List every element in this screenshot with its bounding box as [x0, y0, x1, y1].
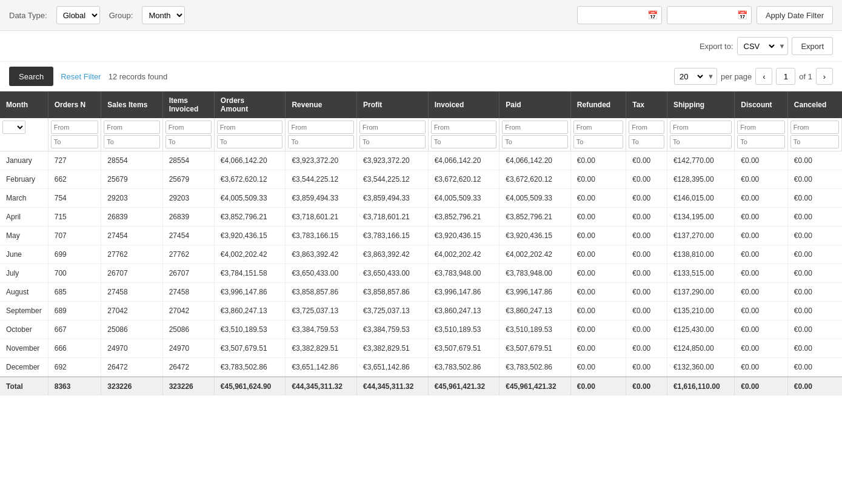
filter-canceled-from[interactable]: [790, 121, 839, 134]
filter-paid-to[interactable]: [502, 135, 568, 148]
cell-items_invoiced: 29203: [162, 189, 214, 208]
filter-revenue-to[interactable]: [288, 135, 354, 148]
per-page-select[interactable]: 10 20 50 100: [675, 68, 705, 84]
filter-orders-amount-cell: [214, 118, 286, 151]
date-to-input[interactable]: [671, 11, 735, 20]
apply-date-filter-button[interactable]: Apply Date Filter: [757, 6, 833, 24]
filter-sales-items-to[interactable]: [104, 135, 159, 148]
filter-invoiced-from[interactable]: [431, 121, 497, 134]
filter-month-cell[interactable]: [0, 118, 48, 151]
page-number-input[interactable]: [776, 68, 795, 85]
group-select[interactable]: Month Week Day Year: [142, 7, 184, 24]
filter-paid-from[interactable]: [502, 121, 568, 134]
cell-orders_n: 707: [48, 227, 101, 245]
cell-items_invoiced: 26707: [162, 264, 214, 283]
cell-tax: €0.00: [626, 283, 667, 302]
reset-filter-link[interactable]: Reset Filter: [61, 72, 101, 81]
export-format-select[interactable]: CSV Excel PDF: [738, 38, 777, 55]
cell-shipping: €142,770.00: [667, 151, 734, 170]
filter-refunded-to[interactable]: [573, 135, 623, 148]
search-button[interactable]: Search: [9, 67, 53, 86]
cell-shipping: €146,015.00: [667, 189, 734, 208]
cell-month: May: [0, 227, 48, 245]
filter-profit-to[interactable]: [359, 135, 426, 148]
filter-revenue-from[interactable]: [288, 121, 354, 134]
filter-paid-cell: [500, 118, 571, 151]
col-header-revenue: Revenue: [286, 91, 357, 118]
filter-refunded-from[interactable]: [573, 121, 623, 134]
data-type-select-wrapper[interactable]: Global Local: [56, 6, 100, 24]
cell-refunded: €0.00: [570, 283, 626, 302]
cell-sales_items: 29203: [101, 189, 162, 208]
cell-profit: €3,718,601.21: [357, 208, 429, 227]
cell-month: February: [0, 170, 48, 189]
next-page-button[interactable]: ›: [816, 68, 833, 85]
table-row: April7152683926839€3,852,796.21€3,718,60…: [0, 208, 842, 227]
filter-orders-amount-from[interactable]: [217, 121, 283, 134]
filter-tax-from[interactable]: [629, 121, 664, 134]
cell-items_invoiced: 28554: [162, 151, 214, 170]
filter-items-invoiced-to[interactable]: [165, 135, 212, 148]
cell-orders_n: 754: [48, 189, 101, 208]
filter-shipping-from[interactable]: [670, 121, 732, 134]
filter-discount-from[interactable]: [737, 121, 785, 134]
export-select-wrapper[interactable]: CSV Excel PDF ▼: [737, 37, 789, 55]
filter-discount-to[interactable]: [737, 135, 785, 148]
table-row: July7002670726707€3,784,151.58€3,650,433…: [0, 264, 842, 283]
calendar-from-icon[interactable]: 📅: [647, 10, 658, 20]
export-button[interactable]: Export: [792, 37, 833, 55]
cell-refunded: €0.00: [570, 264, 626, 283]
cell-items_invoiced: 25086: [162, 320, 214, 339]
cell-tax: €0.00: [626, 170, 667, 189]
cell-tax: €0.00: [626, 302, 667, 320]
col-header-invoiced: Invoiced: [428, 91, 500, 118]
export-label: Export to:: [700, 42, 733, 51]
filter-discount-cell: [735, 118, 788, 151]
group-select-wrapper[interactable]: Month Week Day Year: [142, 6, 185, 24]
filter-items-invoiced-cell: [162, 118, 214, 151]
cell-canceled: €0.00: [787, 189, 841, 208]
cell-refunded: €0.00: [570, 302, 626, 320]
cell-tax: €0.00: [626, 151, 667, 170]
month-filter-select[interactable]: [2, 121, 25, 134]
cell-invoiced: €3,783,948.00: [428, 264, 500, 283]
table-row: February6622567925679€3,672,620.12€3,544…: [0, 170, 842, 189]
cell-revenue: €3,382,829.51: [286, 339, 357, 358]
data-type-select[interactable]: Global Local: [57, 7, 99, 24]
filter-sales-items-from[interactable]: [104, 121, 159, 134]
cell-month: December: [0, 358, 48, 377]
cell-profit: €3,923,372.20: [357, 151, 429, 170]
filter-profit-from[interactable]: [359, 121, 426, 134]
cell-orders_amount: €3,784,151.58: [214, 264, 286, 283]
filter-invoiced-to[interactable]: [431, 135, 497, 148]
filter-orders-amount-to[interactable]: [217, 135, 283, 148]
date-to-wrapper[interactable]: 📅: [667, 6, 752, 24]
cell-profit: €3,650,433.00: [357, 264, 429, 283]
filter-items-invoiced-from[interactable]: [165, 121, 212, 134]
filter-shipping-to[interactable]: [670, 135, 732, 148]
cell-refunded: €0.00: [570, 151, 626, 170]
cell-orders_n: 692: [48, 358, 101, 377]
filter-orders-n-from[interactable]: [51, 121, 99, 134]
cell-paid: €4,002,202.42: [500, 245, 571, 264]
cell-revenue: €3,651,142.86: [286, 358, 357, 377]
cell-orders_amount: €3,783,502.86: [214, 358, 286, 377]
date-from-input[interactable]: [581, 11, 645, 20]
cell-sales_items: 25086: [101, 320, 162, 339]
cell-paid: €4,005,509.33: [500, 189, 571, 208]
cell-month: March: [0, 189, 48, 208]
filter-tax-to[interactable]: [629, 135, 664, 148]
records-count-text: 12 records found: [109, 72, 667, 81]
cell-month: January: [0, 151, 48, 170]
date-from-wrapper[interactable]: 📅: [577, 6, 662, 24]
cell-profit: €3,382,829.51: [357, 339, 429, 358]
cell-orders_n: 715: [48, 208, 101, 227]
table-row: December6922647226472€3,783,502.86€3,651…: [0, 358, 842, 377]
per-page-select-wrapper[interactable]: 10 20 50 100 ▼: [674, 68, 717, 85]
cell-shipping: €135,210.00: [667, 302, 734, 320]
calendar-to-icon[interactable]: 📅: [737, 10, 747, 20]
filter-orders-n-to[interactable]: [51, 135, 99, 148]
total-profit: €44,345,311.32: [357, 377, 429, 396]
prev-page-button[interactable]: ‹: [755, 68, 772, 85]
filter-canceled-to[interactable]: [790, 135, 839, 148]
